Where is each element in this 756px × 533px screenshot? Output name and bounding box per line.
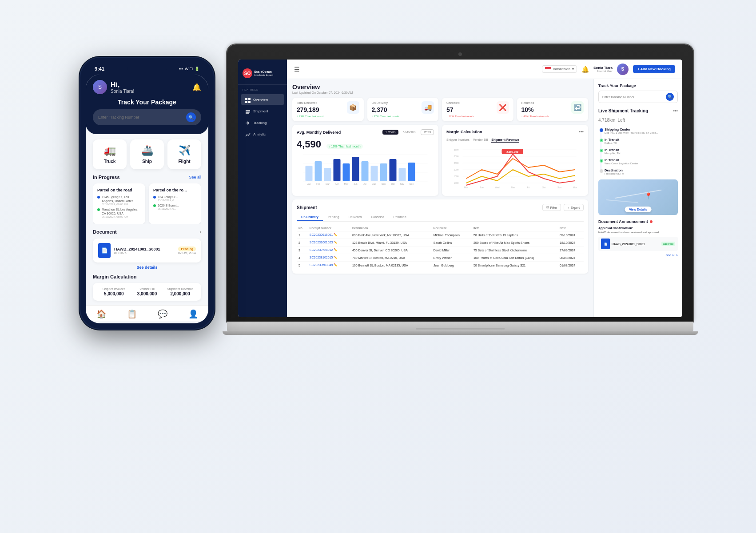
transport-flight[interactable]: ✈️ Flight bbox=[167, 139, 201, 169]
tracking-more-icon[interactable]: ••• bbox=[673, 108, 678, 113]
language-selector[interactable]: Indonesian ▾ bbox=[542, 65, 577, 73]
sidebar-item-tracking[interactable]: Tracking bbox=[241, 117, 284, 128]
laptop-device: SO ScaleOcean Accelerate Impact FEATURES bbox=[227, 44, 693, 335]
svg-text:2,000,000: 2,000,000 bbox=[506, 151, 518, 153]
cell-item: 100 Pallets of Coca-Cola Soft Drinks (Ca… bbox=[472, 254, 558, 262]
laptop-base bbox=[227, 322, 693, 331]
receipt-link[interactable]: SC20230503849 bbox=[310, 263, 333, 266]
receipt-link[interactable]: SC20238102015 bbox=[310, 256, 333, 259]
sidebar-item-overview[interactable]: Overview bbox=[241, 94, 284, 105]
add-booking-button[interactable]: + Add New Booking bbox=[633, 65, 675, 73]
filter-button[interactable]: ⊟ Filter bbox=[542, 204, 561, 211]
search-button[interactable]: 🔍 bbox=[666, 93, 674, 101]
stat-value-1: 2,370 bbox=[372, 106, 388, 113]
table-row: 3 SC20230728012 ✏️ 456 Denver St, Denver… bbox=[297, 247, 584, 254]
receipt-link[interactable]: SC20230728012 bbox=[310, 248, 333, 251]
tab-pending[interactable]: Pending bbox=[323, 214, 344, 221]
svg-text:Mon: Mon bbox=[464, 186, 469, 189]
doc-approval-title: Approval Confirmation: bbox=[598, 227, 678, 230]
transport-truck[interactable]: 🚛 Truck bbox=[93, 139, 127, 169]
cell-recipient: Jean Goldberg bbox=[432, 262, 472, 269]
route-to-2: 1026 S Bonni... 25/11/2024, 0... bbox=[153, 203, 197, 210]
truck-label: Truck bbox=[104, 159, 116, 164]
cell-no: 5 bbox=[297, 262, 308, 269]
svg-rect-2 bbox=[245, 101, 247, 103]
sidebar-item-shipment[interactable]: Shipment bbox=[241, 106, 284, 116]
analytic-icon bbox=[245, 131, 251, 137]
table-row: 2 SC20231001023 ✏️ 123 Beach Blvd, Miami… bbox=[297, 239, 584, 247]
user-name: Sonia Tiara bbox=[593, 66, 613, 70]
charts-row: Avg. Monthly Delivered 1 Years 6 Months … bbox=[292, 125, 588, 196]
mobile-search-button[interactable]: 🔍 bbox=[186, 112, 196, 122]
svg-text:2000: 2000 bbox=[454, 168, 459, 171]
card-1-title: Parcel on the road bbox=[97, 188, 141, 192]
live-tracking-header: Live Shipment Tracking ••• bbox=[598, 108, 678, 113]
receipt-link[interactable]: SC20231001023 bbox=[310, 241, 333, 244]
sidebar-label-analytic: Analytic bbox=[253, 132, 266, 136]
cell-item: 50 Units of Dell XPS 15 Laptops bbox=[472, 231, 558, 239]
cell-destination: 106 Bennett St, Boston, MA 02135, USA bbox=[350, 262, 432, 269]
receipt-link[interactable]: SC20230915001 bbox=[310, 233, 333, 236]
tab-canceled[interactable]: Canceled bbox=[366, 214, 389, 221]
track-search-input[interactable] bbox=[602, 95, 664, 99]
view-details-button[interactable]: View Details bbox=[625, 207, 652, 212]
chevron-right-icon: › bbox=[199, 229, 201, 235]
margin-vendor: Vendor Bill 3,000,000 bbox=[131, 287, 163, 296]
ship-label: Ship bbox=[142, 159, 152, 164]
tab-delivered[interactable]: Delivered bbox=[344, 214, 366, 221]
mobile-nav-messages[interactable]: 💬 bbox=[158, 309, 167, 319]
mobile-search-input[interactable] bbox=[98, 115, 183, 119]
chart-tab-6months[interactable]: 6 Months bbox=[400, 130, 418, 135]
tab-vendor-bill[interactable]: Vendor Bill bbox=[473, 138, 488, 143]
svg-text:1500: 1500 bbox=[454, 175, 459, 178]
notification-bell[interactable]: 🔔 bbox=[581, 66, 589, 73]
see-details-link[interactable]: See details bbox=[93, 265, 201, 270]
tab-shipment-revenue[interactable]: Shipment Revenue bbox=[491, 138, 519, 143]
cell-date: 27/09/2024 bbox=[558, 247, 584, 254]
chart-tab-1year[interactable]: 1 Years bbox=[382, 130, 398, 135]
export-button[interactable]: ↑ Export bbox=[564, 204, 584, 211]
indonesian-flag bbox=[545, 67, 551, 71]
main-content: ☰ Indonesian ▾ 🔔 bbox=[287, 60, 682, 317]
tab-shipper-invoices[interactable]: Shipper Invoices bbox=[446, 138, 470, 143]
mobile-nav-bookings[interactable]: 📋 bbox=[127, 309, 137, 319]
margin-row: Shipper Invoices 5,000,000 Vendor Bill 3… bbox=[98, 287, 196, 296]
filter-icon: ⊟ bbox=[546, 206, 549, 209]
cell-date: 09/10/2024 bbox=[558, 231, 584, 239]
tab-returned[interactable]: Returned bbox=[389, 214, 411, 221]
cell-receipt: SC20230728012 ✏️ bbox=[308, 247, 350, 254]
mobile-nav-home[interactable]: 🏠 bbox=[96, 309, 106, 319]
route-from-1: 1245 Spring St, Los Angeles, United Stat… bbox=[97, 195, 141, 206]
see-all-link[interactable]: See all bbox=[189, 175, 201, 179]
transport-ship[interactable]: 🚢 Ship bbox=[130, 139, 164, 169]
step-dot-3 bbox=[600, 149, 603, 152]
delivered-icon: 📦 bbox=[347, 101, 359, 114]
sidebar-item-analytic[interactable]: Analytic bbox=[241, 129, 284, 139]
stat-label-3: Returned bbox=[521, 101, 534, 104]
year-badge: 2023 bbox=[421, 129, 434, 135]
mobile-nav-profile[interactable]: 👤 bbox=[188, 309, 198, 319]
svg-text:Jan: Jan bbox=[307, 183, 310, 185]
step-sub-1: Dell Inc., 1 Dell Way, Round Rock, TX 78… bbox=[605, 131, 678, 134]
greeting-name: Sonia Tiara! bbox=[111, 89, 134, 94]
stat-change-2: ↓17%Than last month bbox=[446, 115, 509, 118]
bar-chart-svg: Jan Feb Mar Apr May Jun Jul Aug bbox=[297, 150, 434, 186]
see-all-docs-link[interactable]: See all > bbox=[598, 254, 678, 257]
svg-text:Feb: Feb bbox=[316, 183, 320, 185]
svg-text:Jun: Jun bbox=[354, 183, 357, 185]
bell-icon[interactable]: 🔔 bbox=[192, 83, 201, 91]
svg-rect-20 bbox=[408, 163, 415, 181]
cell-item: 200 Boxes of Nike Air Max Sports Shoes bbox=[472, 239, 558, 247]
more-icon[interactable]: ••• bbox=[579, 129, 584, 134]
canceled-icon: ❌ bbox=[497, 101, 509, 114]
step-dot-2 bbox=[600, 139, 603, 142]
tab-on-delivery[interactable]: On Delivery bbox=[297, 214, 323, 221]
topbar: ☰ Indonesian ▾ 🔔 bbox=[287, 60, 682, 79]
track-search[interactable]: 🔍 bbox=[598, 91, 678, 103]
shipment-tabs: On Delivery Pending Delivered Canceled R… bbox=[297, 214, 584, 222]
topbar-right: Indonesian ▾ 🔔 Sonia Tiara Internal User… bbox=[542, 64, 675, 75]
map-road-1 bbox=[614, 190, 661, 199]
menu-icon[interactable]: ☰ bbox=[294, 66, 300, 73]
svg-text:Aug: Aug bbox=[372, 183, 376, 185]
mobile-search-bar[interactable]: 🔍 bbox=[93, 109, 201, 125]
